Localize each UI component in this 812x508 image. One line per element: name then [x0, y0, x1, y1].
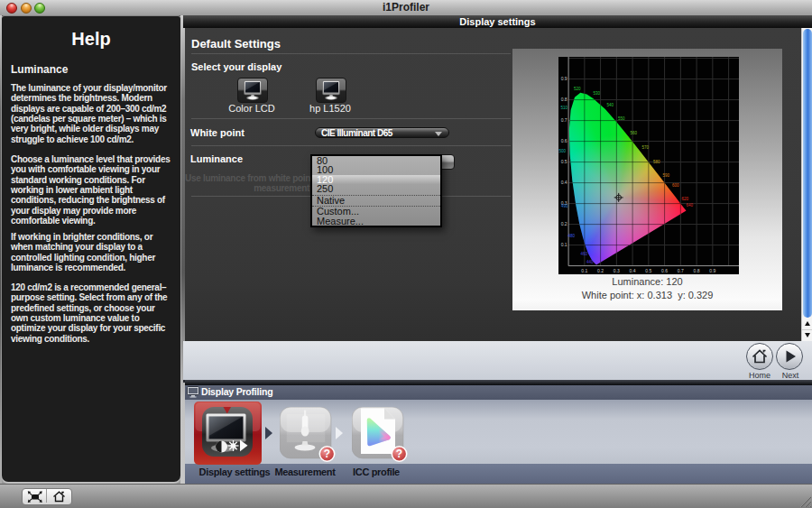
svg-text:620: 620 — [682, 197, 689, 201]
svg-text:460: 460 — [581, 252, 588, 256]
svg-text:500: 500 — [559, 149, 567, 153]
svg-text:600: 600 — [672, 183, 679, 188]
svg-text:540: 540 — [607, 103, 614, 107]
svg-text:510: 510 — [561, 106, 568, 110]
svg-text:?: ? — [396, 448, 402, 460]
svg-text:560: 560 — [631, 131, 638, 135]
svg-text:550: 550 — [618, 116, 625, 121]
svg-text:490: 490 — [561, 204, 568, 208]
svg-text:590: 590 — [663, 173, 670, 178]
svg-text:480: 480 — [568, 234, 576, 238]
svg-text:580: 580 — [653, 160, 660, 164]
svg-text:520: 520 — [574, 87, 581, 91]
svg-text:?: ? — [324, 448, 330, 460]
svg-text:570: 570 — [642, 145, 650, 150]
svg-text:530: 530 — [594, 91, 601, 96]
svg-text:640: 640 — [687, 203, 694, 208]
svg-text:440: 440 — [586, 260, 594, 264]
